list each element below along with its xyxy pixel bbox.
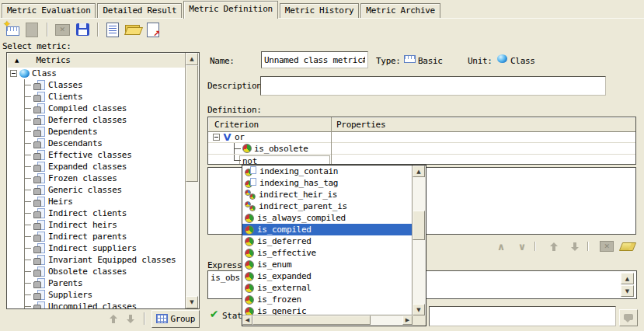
expand-toggle-icon[interactable] xyxy=(213,134,220,141)
tree-item[interactable]: Uncompiled classes xyxy=(7,301,186,308)
tree-vertical-scrollbar[interactable]: ▲ ▼ xyxy=(185,53,199,308)
dropdown-item[interactable]: indexing_has_tag xyxy=(242,177,413,189)
tree-item[interactable]: Expanded classes xyxy=(7,161,186,172)
dropdown-item[interactable]: is_always_compiled xyxy=(242,212,413,224)
dropdown-item[interactable]: is_expanded xyxy=(242,270,413,282)
tree-item[interactable]: Parents xyxy=(7,277,186,289)
scrollbar-thumb[interactable] xyxy=(413,211,425,240)
name-input[interactable] xyxy=(261,51,368,68)
delete-criterion-icon xyxy=(600,241,614,252)
tree-item-label: Classes xyxy=(48,80,82,90)
tree-item[interactable]: Effective classes xyxy=(7,149,186,161)
tab-detailed-result[interactable]: Detailed Result xyxy=(97,3,182,18)
or-criterion-button[interactable] xyxy=(514,239,530,253)
tree-item[interactable]: Classes xyxy=(7,79,186,91)
tree-item[interactable]: Indirect parents xyxy=(7,231,186,242)
scroll-left-button[interactable]: ◀ xyxy=(242,315,252,325)
open-metric-file-button[interactable] xyxy=(123,20,143,39)
move-criterion-down-button[interactable] xyxy=(567,239,583,253)
dropdown-item-label: is_frozen xyxy=(257,294,301,305)
tree-item[interactable]: Generic classes xyxy=(7,184,186,196)
arrow-down-icon xyxy=(570,242,580,252)
delete-metric-button[interactable] xyxy=(52,20,72,39)
description-input[interactable] xyxy=(260,76,606,96)
scroll-down-button[interactable]: ▼ xyxy=(621,285,634,297)
save-metric-button[interactable] xyxy=(72,20,92,39)
dropdown-item-label: is_effective xyxy=(257,248,316,258)
dropdown-item[interactable]: indirect_parent_is xyxy=(242,200,413,212)
move-metric-up-button[interactable] xyxy=(106,312,120,326)
scroll-down-button[interactable]: ▼ xyxy=(186,296,198,308)
tree-item[interactable]: Frozen classes xyxy=(7,172,186,184)
tab-metric-history[interactable]: Metric History xyxy=(280,3,360,18)
dropdown-item[interactable]: is_deferred xyxy=(242,235,413,247)
remove-criterion-button[interactable] xyxy=(599,239,614,253)
tree-item[interactable]: Descendants xyxy=(7,138,186,149)
tree-item[interactable]: Invariant Equipped classes xyxy=(7,254,186,266)
tree-item[interactable]: Heirs xyxy=(7,196,186,207)
tree-item[interactable]: Dependents xyxy=(7,126,186,138)
status-detail-input[interactable] xyxy=(429,306,616,326)
clear-definition-button[interactable] xyxy=(620,239,635,253)
scrollbar-thumb[interactable] xyxy=(186,65,198,182)
dropdown-item[interactable]: indexing_contain xyxy=(242,166,413,177)
dropdown-item[interactable]: indirect_heir_is xyxy=(242,189,413,200)
scrollbar-thumb[interactable] xyxy=(252,315,371,325)
select-metric-label: Select metric: xyxy=(2,41,71,51)
criterion-row-not[interactable]: not xyxy=(208,155,635,164)
dropdown-item[interactable]: is_enum xyxy=(242,259,413,270)
scroll-up-button[interactable]: ▲ xyxy=(621,273,634,284)
metrics-column-header[interactable]: ▲ Metrics xyxy=(7,53,186,68)
new-metric-file-button[interactable] xyxy=(103,20,123,39)
export-metric-button[interactable] xyxy=(143,20,163,39)
lock-page-icon xyxy=(33,138,46,148)
comment-button[interactable] xyxy=(619,309,638,326)
tab-metric-evaluation[interactable]: Metric Evaluation xyxy=(2,3,96,18)
and-criterion-button[interactable] xyxy=(493,239,509,253)
tree-item[interactable]: Obsolete classes xyxy=(7,266,186,277)
tree-item[interactable]: Deferred classes xyxy=(7,114,186,126)
scroll-down-button[interactable]: ▼ xyxy=(413,304,425,315)
scroll-up-button[interactable]: ▲ xyxy=(413,166,425,177)
tree-item-label: Frozen classes xyxy=(48,173,117,183)
dropdown-item[interactable]: is_external xyxy=(242,282,413,294)
tree-item-class[interactable]: Class xyxy=(7,68,186,79)
unit-value: Class xyxy=(510,56,535,66)
dropdown-item-label: is_always_compiled xyxy=(257,213,346,223)
expression-scrollbar: ▲ ▼ xyxy=(621,273,635,297)
sort-asc-icon: ▲ xyxy=(15,57,19,64)
dropdown-horizontal-scrollbar[interactable]: ◀ ▶ xyxy=(242,315,413,326)
lock-page-icon xyxy=(33,185,46,195)
new-metric-file-icon xyxy=(106,23,119,37)
expand-toggle-icon[interactable] xyxy=(10,70,17,77)
move-criterion-up-button[interactable] xyxy=(546,239,562,253)
tree-item[interactable]: Clients xyxy=(7,91,186,103)
eraser-icon xyxy=(619,242,636,251)
scroll-up-button[interactable]: ▲ xyxy=(186,53,198,65)
sphere-icon xyxy=(19,69,30,78)
tab-metric-archive[interactable]: Metric Archive xyxy=(360,3,440,18)
ruler-icon xyxy=(404,55,416,63)
dropdown-item[interactable]: is_frozen xyxy=(242,294,413,305)
group-toggle-button[interactable]: Group xyxy=(151,310,200,328)
column-divider[interactable] xyxy=(331,117,332,164)
tree-item[interactable]: Indirect suppliers xyxy=(7,242,186,254)
criterion-row-or[interactable]: or xyxy=(208,131,635,143)
tree-item[interactable]: Compiled classes xyxy=(7,103,186,114)
dropdown-item[interactable]: is_compiled xyxy=(242,224,413,235)
dropdown-vertical-scrollbar[interactable]: ▲ ▼ xyxy=(412,166,426,315)
scroll-right-button[interactable]: ▶ xyxy=(402,315,413,325)
tree-item[interactable]: Indirect clients xyxy=(7,207,186,219)
tree-item[interactable]: Indirect heirs xyxy=(7,219,186,231)
move-metric-down-button[interactable] xyxy=(124,312,138,326)
tab-metric-definition[interactable]: Metric Definition xyxy=(183,1,277,19)
dropdown-item[interactable]: is_effective xyxy=(242,247,413,259)
group-button-label: Group xyxy=(170,314,195,324)
definition-label: Definition: xyxy=(207,105,262,115)
new-metric-button[interactable] xyxy=(2,20,22,39)
duplicate-metric-button[interactable] xyxy=(22,20,42,39)
save-metric-icon xyxy=(76,23,89,36)
criterion-row-is-obsolete[interactable]: is_obsolete xyxy=(208,143,635,155)
pie-icon xyxy=(245,260,254,270)
tree-item[interactable]: Suppliers xyxy=(7,289,186,301)
